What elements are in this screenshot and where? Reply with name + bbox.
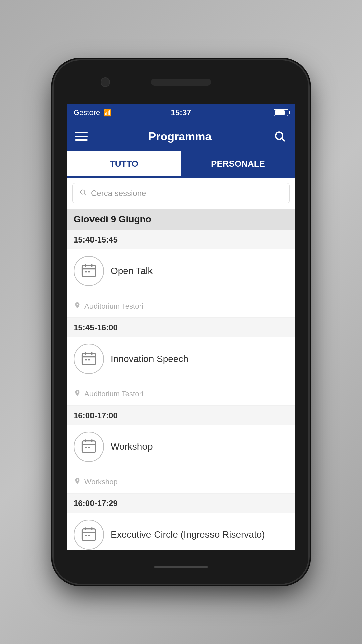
calendar-icon-wrap-2 xyxy=(74,344,104,374)
session-name-3: Workshop xyxy=(111,441,153,452)
session-item-3[interactable]: Workshop xyxy=(67,425,295,474)
schedule-content: Giovedì 9 Giugno 15:40-15:45 xyxy=(67,209,295,550)
session-title-row-1: Open Talk xyxy=(74,256,288,286)
session-title-row-3: Workshop xyxy=(74,432,288,462)
home-indicator xyxy=(154,566,208,568)
location-text-1: Auditorium Testori xyxy=(84,302,143,311)
battery-icon xyxy=(274,109,288,116)
calendar-icon-3 xyxy=(80,438,98,455)
session-title-row-2: Innovation Speech xyxy=(74,344,288,374)
status-time: 15:37 xyxy=(171,108,191,117)
session-item-4[interactable]: Executive Circle (Ingresso Riservato) xyxy=(67,513,295,550)
session-title-row-4: Executive Circle (Ingresso Riservato) xyxy=(74,520,288,550)
tab-tutto[interactable]: TUTTO xyxy=(67,151,181,178)
session-block-1: 15:40-15:45 xyxy=(67,230,295,317)
calendar-icon-wrap-3 xyxy=(74,432,104,462)
location-icon-2 xyxy=(74,389,81,399)
session-block-4: 16:00-17:29 xyxy=(67,494,295,550)
hamburger-menu-button[interactable] xyxy=(75,132,88,141)
time-slot-2: 15:45-16:00 xyxy=(67,318,295,337)
location-icon-3 xyxy=(74,477,81,487)
svg-rect-14 xyxy=(85,359,87,360)
session-name-2: Innovation Speech xyxy=(111,354,188,364)
top-bezel xyxy=(54,60,308,104)
search-placeholder: Cerca sessione xyxy=(91,189,146,198)
search-box-icon xyxy=(79,189,87,198)
session-name-1: Open Talk xyxy=(111,266,153,276)
screen: Gestore 📶 15:37 Programma xyxy=(67,104,295,550)
session-item-2[interactable]: Innovation Speech xyxy=(67,337,295,386)
status-bar: Gestore 📶 15:37 xyxy=(67,104,295,121)
app-bar: Programma xyxy=(67,121,295,151)
time-slot-1: 15:40-15:45 xyxy=(67,230,295,249)
time-slot-4: 16:00-17:29 xyxy=(67,494,295,513)
session-item-1[interactable]: Open Talk xyxy=(67,249,295,298)
tab-personale[interactable]: PERSONALE xyxy=(181,151,295,178)
svg-rect-8 xyxy=(85,271,87,272)
tabs-bar: TUTTO PERSONALE xyxy=(67,151,295,178)
location-text-2: Auditorium Testori xyxy=(84,390,143,398)
session-block-3: 16:00-17:00 xyxy=(67,406,295,493)
calendar-icon-wrap-4 xyxy=(74,520,104,550)
session-location-2: Auditorium Testori xyxy=(67,386,295,405)
svg-rect-9 xyxy=(88,271,90,272)
calendar-icon-2 xyxy=(80,350,98,368)
speaker xyxy=(151,79,211,86)
session-name-4: Executive Circle (Ingresso Riservato) xyxy=(111,529,265,540)
svg-point-2 xyxy=(81,190,85,194)
location-icon-1 xyxy=(74,302,81,311)
svg-rect-21 xyxy=(88,447,90,448)
time-slot-3: 16:00-17:00 xyxy=(67,406,295,425)
camera xyxy=(101,77,110,87)
svg-rect-27 xyxy=(88,535,90,536)
session-location-3: Workshop xyxy=(67,474,295,493)
bottom-bezel xyxy=(54,550,308,584)
search-button[interactable] xyxy=(272,129,287,144)
search-container: Cerca sessione xyxy=(67,178,295,209)
location-text-3: Workshop xyxy=(84,478,118,486)
carrier-label: Gestore xyxy=(74,108,100,117)
session-block-2: 15:45-16:00 xyxy=(67,318,295,405)
svg-line-3 xyxy=(84,194,86,195)
date-header: Giovedì 9 Giugno xyxy=(67,209,295,230)
svg-line-1 xyxy=(282,139,285,141)
svg-point-0 xyxy=(276,132,283,139)
phone-frame: Gestore 📶 15:37 Programma xyxy=(54,60,308,584)
session-location-1: Auditorium Testori xyxy=(67,298,295,317)
svg-rect-26 xyxy=(85,535,87,536)
search-box[interactable]: Cerca sessione xyxy=(72,183,290,203)
hamburger-line-1 xyxy=(75,132,88,133)
wifi-icon: 📶 xyxy=(103,109,112,117)
hamburger-line-2 xyxy=(75,136,88,137)
svg-rect-20 xyxy=(85,447,87,448)
svg-rect-15 xyxy=(88,359,90,360)
hamburger-line-3 xyxy=(75,139,88,141)
calendar-icon-4 xyxy=(80,526,98,543)
search-icon xyxy=(274,130,286,142)
app-title: Programma xyxy=(148,130,212,143)
status-left: Gestore 📶 xyxy=(74,108,112,117)
calendar-icon-1 xyxy=(80,262,98,280)
calendar-icon-wrap-1 xyxy=(74,256,104,286)
